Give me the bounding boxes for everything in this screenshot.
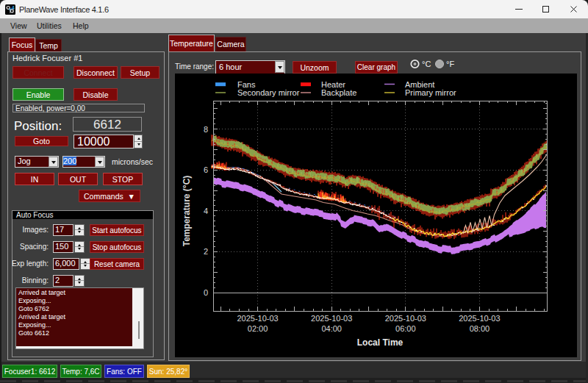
svg-text:2025-10-03: 2025-10-03 bbox=[459, 314, 500, 323]
svg-text:Local Time: Local Time bbox=[357, 337, 404, 348]
svg-text:6: 6 bbox=[204, 165, 208, 174]
svg-text:Temperature (°C): Temperature (°C) bbox=[182, 176, 192, 247]
svg-text:4: 4 bbox=[204, 207, 208, 215]
svg-text:2025-10-03: 2025-10-03 bbox=[237, 314, 278, 323]
svg-text:06:00: 06:00 bbox=[395, 324, 416, 333]
svg-text:2025-10-03: 2025-10-03 bbox=[385, 314, 426, 323]
svg-text:08:00: 08:00 bbox=[470, 324, 490, 333]
svg-text:Primary mirror: Primary mirror bbox=[405, 88, 456, 97]
svg-text:02:00: 02:00 bbox=[248, 324, 268, 333]
svg-text:8: 8 bbox=[204, 125, 208, 134]
svg-text:0: 0 bbox=[204, 288, 208, 297]
svg-text:2: 2 bbox=[204, 247, 208, 256]
svg-text:4: 4 bbox=[12, 5, 15, 10]
svg-text:Backplate: Backplate bbox=[321, 88, 356, 97]
svg-text:Secondary mirror: Secondary mirror bbox=[237, 88, 300, 97]
svg-text:04:00: 04:00 bbox=[321, 324, 342, 333]
svg-text:2025-10-03: 2025-10-03 bbox=[311, 314, 352, 323]
